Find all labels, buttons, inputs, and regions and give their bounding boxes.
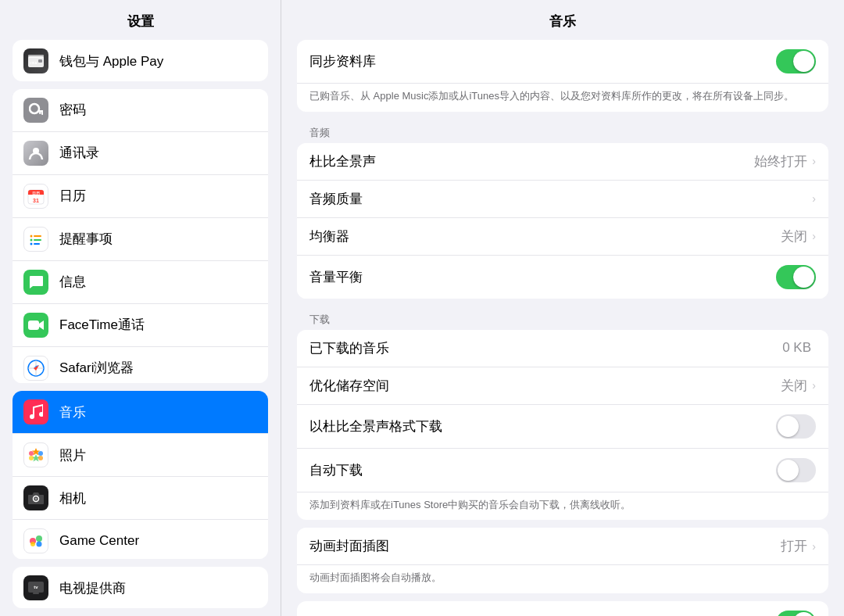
camera-svg-icon (27, 491, 45, 505)
volume-balance-row: 音量平衡 (297, 256, 828, 299)
facetime-label: FaceTime通话 (59, 316, 145, 334)
main-panel: 音乐 同步资料库 已购音乐、从 Apple Music添加或从iTunes导入的… (281, 0, 844, 616)
sidebar-item-messages[interactable]: 信息 (13, 261, 268, 304)
sidebar-item-reminders[interactable]: 提醒事项 (13, 218, 268, 261)
password-label: 密码 (59, 101, 86, 119)
dolby-download-label: 以杜比全景声格式下载 (309, 417, 776, 435)
safari-svg-icon (27, 360, 45, 377)
sync-library-description: 已购音乐、从 Apple Music添加或从iTunes导入的内容、以及您对资料… (297, 84, 828, 112)
sidebar-item-music[interactable]: 音乐 (13, 391, 268, 434)
password-icon (23, 98, 48, 123)
animated-artwork-chevron-icon: › (812, 540, 816, 553)
wallet-label: 钱包与 Apple Pay (59, 52, 163, 70)
listening-history-toggle-thumb (793, 612, 814, 617)
sidebar-item-camera[interactable]: 相机 (13, 477, 268, 520)
sidebar-item-photos[interactable]: 照片 (13, 434, 268, 477)
music-label: 音乐 (59, 403, 86, 421)
svg-point-28 (39, 412, 43, 417)
download-section-group: 已下载的音乐 0 KB 优化储存空间 关闭 › 以杜比全景声格式下载 自动下载 (297, 330, 828, 521)
calendar-icon: 31 日历 (23, 184, 48, 209)
dolby-value: 始终打开 (754, 152, 807, 170)
audio-section-label: 音频 (297, 120, 828, 143)
svg-point-32 (38, 456, 43, 460)
svg-point-34 (35, 498, 38, 500)
equalizer-chevron-icon: › (812, 230, 816, 242)
key-svg-icon (29, 102, 43, 118)
photos-label: 照片 (59, 446, 86, 464)
sidebar-item-wallet[interactable]: VISA 钱包与 Apple Pay (13, 40, 268, 81)
svg-text:VISA: VISA (30, 61, 37, 65)
sidebar-item-facetime[interactable]: FaceTime通话 (13, 304, 268, 347)
svg-rect-1 (28, 55, 44, 58)
sidebar-section-tv: tv 电视提供商 (13, 567, 268, 608)
download-section-label: 下载 (297, 306, 828, 330)
contacts-icon (23, 141, 48, 166)
auto-download-row: 自动下载 (297, 449, 828, 492)
sidebar-header: 设置 (0, 0, 281, 40)
sidebar-item-calendar[interactable]: 31 日历 日历 (13, 175, 268, 218)
sync-library-toggle[interactable] (776, 49, 816, 73)
svg-point-19 (30, 242, 33, 245)
optimize-storage-label: 优化储存空间 (309, 377, 781, 395)
svg-point-38 (30, 542, 35, 546)
svg-point-37 (37, 542, 42, 547)
svg-rect-21 (28, 321, 39, 330)
audio-quality-label: 音频质量 (309, 190, 812, 208)
listening-history-group: 使用听歌历史记录 (297, 601, 828, 617)
animated-artwork-description: 动画封面插图将会自动播放。 (297, 565, 828, 593)
svg-text:tv: tv (34, 585, 38, 589)
dolby-download-toggle[interactable] (776, 414, 816, 439)
downloaded-music-label: 已下载的音乐 (309, 339, 782, 357)
equalizer-row[interactable]: 均衡器 关闭 › (297, 218, 828, 256)
sidebar-item-safari[interactable]: Safari浏览器 (13, 347, 268, 383)
gamecenter-icon (23, 528, 48, 553)
svg-point-29 (29, 451, 34, 456)
messages-svg-icon (28, 274, 44, 290)
auto-download-label: 自动下载 (309, 461, 776, 479)
sidebar-section-media: 音乐 照片 (13, 391, 268, 559)
sidebar-item-contacts[interactable]: 通讯录 (13, 132, 268, 175)
animated-artwork-group: 动画封面插图 打开 › 动画封面插图将会自动播放。 (297, 528, 828, 593)
animated-artwork-label: 动画封面插图 (309, 537, 781, 555)
volume-balance-toggle-thumb (793, 267, 814, 288)
contact-svg-icon (28, 145, 44, 161)
wallet-svg-icon: VISA (28, 55, 44, 67)
dolby-chevron-icon: › (812, 155, 816, 167)
tv-svg-icon: tv (27, 581, 45, 595)
listening-history-toggle[interactable] (776, 611, 816, 617)
sync-library-row: 同步资料库 (297, 40, 828, 84)
svg-rect-16 (34, 235, 41, 237)
downloaded-music-row: 已下载的音乐 0 KB (297, 330, 828, 367)
audio-quality-row[interactable]: 音频质量 › (297, 181, 828, 218)
svg-text:31: 31 (33, 198, 39, 203)
sidebar-item-gamecenter[interactable]: Game Center (13, 520, 268, 559)
svg-rect-20 (34, 243, 40, 245)
audio-section-group: 杜比全景声 始终打开 › 音频质量 › 均衡器 关闭 › 音量平衡 (297, 143, 828, 299)
svg-point-31 (29, 456, 34, 460)
safari-label: Safari浏览器 (59, 359, 134, 377)
auto-download-toggle[interactable] (776, 458, 816, 482)
auto-download-toggle-thumb (778, 460, 799, 481)
gamecenter-label: Game Center (59, 533, 139, 549)
safari-icon (23, 356, 48, 381)
animated-artwork-row[interactable]: 动画封面插图 打开 › (297, 528, 828, 565)
reminders-svg-icon (28, 231, 44, 247)
photos-icon (23, 442, 48, 467)
svg-point-30 (38, 451, 43, 456)
animated-artwork-value: 打开 (781, 537, 807, 555)
dolby-label: 杜比全景声 (309, 152, 754, 170)
listening-history-label: 使用听歌历史记录 (309, 614, 776, 617)
equalizer-value: 关闭 (781, 227, 807, 245)
optimize-storage-chevron-icon: › (812, 379, 816, 392)
optimize-storage-row[interactable]: 优化储存空间 关闭 › (297, 367, 828, 405)
sync-library-label: 同步资料库 (309, 52, 776, 70)
tv-label: 电视提供商 (59, 579, 126, 597)
sidebar-item-tv[interactable]: tv 电视提供商 (13, 567, 268, 608)
gamecenter-svg-icon (27, 532, 45, 550)
dolby-row[interactable]: 杜比全景声 始终打开 › (297, 143, 828, 181)
sidebar-section-wallet: VISA 钱包与 Apple Pay (13, 40, 268, 81)
volume-balance-toggle[interactable] (776, 265, 816, 289)
downloaded-music-value: 0 KB (782, 340, 811, 356)
svg-point-4 (30, 104, 39, 113)
sidebar-item-password[interactable]: 密码 (13, 89, 268, 132)
